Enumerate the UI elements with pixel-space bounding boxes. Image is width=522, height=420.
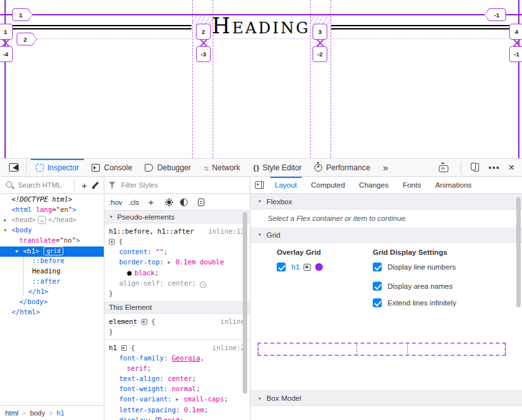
rule-open-brace[interactable]: { bbox=[109, 236, 245, 246]
tree-row-text[interactable]: Heading bbox=[0, 267, 104, 277]
pseudo-elements-header[interactable]: ▼ Pseudo-elements bbox=[104, 211, 250, 223]
box-model-accordion-header[interactable]: ▼ Box Model bbox=[250, 391, 522, 406]
rule-source-link[interactable]: inline:13 bbox=[208, 226, 245, 236]
tab-layout[interactable]: Layout bbox=[268, 177, 304, 193]
dark-scheme-icon[interactable] bbox=[180, 198, 188, 206]
tree-row-before[interactable]: ::before bbox=[0, 257, 104, 267]
grid-line-badge: -1 bbox=[509, 46, 522, 62]
declaration[interactable]: font-weight: normal; bbox=[109, 384, 245, 394]
this-element-header[interactable]: This Element bbox=[104, 301, 250, 314]
token-gridbadge[interactable]: grid bbox=[44, 246, 64, 255]
breadcrumb-item-body[interactable]: body bbox=[30, 409, 45, 417]
tree-row-html-close[interactable]: </html> bbox=[0, 308, 104, 318]
tree-row-h1-close[interactable]: </h1> bbox=[0, 287, 104, 298]
token-prop: font-family bbox=[119, 354, 164, 362]
rule-selector[interactable]: inlineelement { bbox=[109, 316, 245, 327]
tab-fonts[interactable]: Fonts bbox=[396, 177, 428, 193]
overlay-grid-h1-checkbox[interactable] bbox=[277, 262, 286, 271]
grid-line-badge: -3 bbox=[196, 46, 211, 62]
token-ruleicon[interactable] bbox=[142, 319, 147, 325]
declaration[interactable]: text-align: center; bbox=[109, 373, 245, 384]
tab-inspector[interactable]: Inspector bbox=[29, 159, 85, 176]
rule-source-link[interactable]: inline:2 bbox=[212, 343, 245, 353]
tab-animations[interactable]: Animations bbox=[428, 177, 478, 193]
screenshot-icon[interactable] bbox=[439, 165, 448, 172]
styles-filter-bar: Filter Styles bbox=[104, 177, 250, 193]
tab-computed[interactable]: Computed bbox=[304, 177, 352, 193]
tab-network[interactable]: ↑↓Network bbox=[197, 159, 247, 176]
tree-row-body-close[interactable]: </body> bbox=[0, 298, 104, 308]
token-exp[interactable]: ▶ bbox=[176, 394, 184, 405]
tree-row-h1-selected[interactable]: ▼<h1> grid bbox=[0, 246, 104, 257]
declaration[interactable]: serif; bbox=[109, 363, 245, 373]
add-node-button[interactable]: + bbox=[81, 181, 87, 190]
panel-divider[interactable] bbox=[250, 177, 250, 420]
declaration[interactable]: display: grid; bbox=[109, 415, 245, 420]
token-expw[interactable]: ▼ bbox=[15, 249, 23, 254]
token-exp[interactable]: ▼ bbox=[4, 228, 12, 233]
rule-selector[interactable]: inline:2h1 { bbox=[109, 343, 245, 353]
responsive-design-mode-icon[interactable] bbox=[473, 163, 479, 172]
token-plain: : bbox=[159, 258, 168, 266]
rule-source-link[interactable]: inline bbox=[220, 316, 245, 327]
layout-scrollbar[interactable] bbox=[516, 197, 521, 307]
pane-toggle-icon[interactable] bbox=[255, 181, 264, 189]
class-toggle[interactable]: .cls bbox=[129, 198, 140, 206]
more-tabs-button[interactable]: » bbox=[377, 159, 395, 176]
token-dim: <head> bbox=[12, 216, 36, 223]
token-vallink[interactable]: Georgia bbox=[172, 354, 200, 362]
token-swatch[interactable] bbox=[127, 271, 132, 276]
tab-changes[interactable]: Changes bbox=[352, 177, 396, 193]
rules-scrollbar[interactable] bbox=[243, 212, 247, 394]
declaration[interactable]: border-top: ▶0.1em double bbox=[109, 257, 245, 268]
highlight-grid-icon[interactable] bbox=[304, 264, 311, 271]
token-exp[interactable]: ▶ bbox=[168, 257, 175, 268]
filter-styles-input[interactable]: Filter Styles bbox=[121, 181, 158, 189]
pick-element-button[interactable] bbox=[4, 159, 24, 176]
declaration[interactable]: font-variant: ▶small-caps; bbox=[109, 394, 245, 405]
light-scheme-icon[interactable] bbox=[167, 200, 171, 204]
grid-accordion-header[interactable]: ▼ Grid bbox=[250, 227, 522, 243]
eyedropper-icon[interactable] bbox=[91, 181, 100, 190]
tab-debugger[interactable]: Debugger bbox=[138, 159, 197, 176]
token-tag: </h1> bbox=[28, 287, 49, 295]
tab-performance[interactable]: Performance bbox=[308, 159, 377, 176]
tree-row-after[interactable]: ::after bbox=[0, 277, 104, 287]
declaration-inactive[interactable]: align-self: center; i bbox=[109, 278, 245, 288]
display-area-names-checkbox[interactable] bbox=[373, 282, 382, 291]
rule-selector[interactable]: inline:13h1::before, h1::after bbox=[109, 226, 245, 236]
token-exp[interactable]: ▶ bbox=[4, 218, 12, 223]
browser-viewport: Heading 1 -1 2 1 -4 2 -3 3 -2 4 -1 bbox=[0, 0, 522, 158]
overlay-grid-item-h1[interactable]: h1 bbox=[291, 263, 300, 271]
tab-style-editor[interactable]: { }Style Editor bbox=[247, 159, 308, 176]
meatball-menu-icon[interactable] bbox=[493, 166, 495, 169]
declaration[interactable]: black; bbox=[109, 268, 245, 278]
close-icon[interactable]: × bbox=[509, 163, 514, 173]
print-simulation-icon[interactable] bbox=[198, 198, 204, 206]
overlay-grid-title: Overlay Grid bbox=[277, 248, 321, 256]
tree-row-doctype[interactable]: <!DOCTYPE html> bbox=[0, 195, 104, 206]
token-dots[interactable]: … bbox=[38, 216, 46, 224]
flexbox-accordion-header[interactable]: ▼ Flexbox bbox=[250, 194, 522, 209]
display-line-numbers-checkbox[interactable] bbox=[373, 262, 382, 271]
tree-row-html[interactable]: <html lang="en"> bbox=[0, 206, 104, 216]
declaration[interactable]: font-family: Georgia, bbox=[109, 353, 245, 363]
declaration[interactable]: content: ""; bbox=[109, 246, 245, 257]
tree-row-head[interactable]: ▶<head>…</head> bbox=[0, 216, 104, 226]
token-gridicon[interactable] bbox=[156, 417, 161, 420]
add-rule-button[interactable]: + bbox=[148, 197, 154, 207]
token-ruleicon[interactable] bbox=[121, 345, 127, 351]
breadcrumb-item-h1[interactable]: h1 bbox=[56, 409, 64, 417]
tab-console[interactable]: Console bbox=[85, 159, 138, 176]
pseudo-class-toggle[interactable]: :hov bbox=[109, 198, 122, 206]
grid-color-swatch[interactable] bbox=[315, 263, 323, 271]
token-ruleicon[interactable] bbox=[109, 239, 115, 245]
breadcrumb-item-html[interactable]: html bbox=[5, 409, 19, 417]
search-html-input[interactable]: Search HTML bbox=[18, 181, 61, 189]
tree-row-body-attr[interactable]: translate="no"> bbox=[0, 236, 104, 246]
tree-row-body[interactable]: ▼<body bbox=[0, 226, 104, 236]
declaration[interactable]: letter-spacing: 0.1em; bbox=[109, 405, 245, 415]
extend-lines-infinitely-checkbox[interactable] bbox=[373, 298, 382, 307]
breadcrumb: html > body > h1 bbox=[0, 405, 104, 420]
panel-divider[interactable] bbox=[104, 177, 104, 420]
